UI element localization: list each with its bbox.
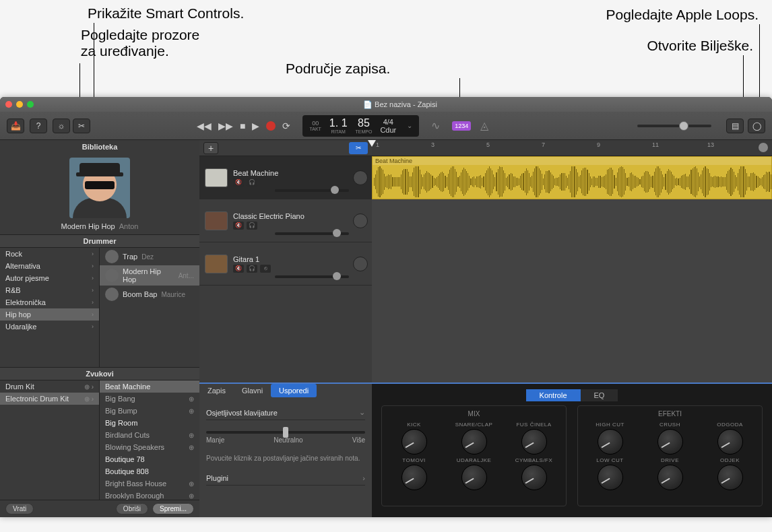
patch-item[interactable]: Birdland Cuts⊕ [100,429,199,441]
mute-icon[interactable]: 🔇 [233,265,244,273]
knob-control[interactable] [401,429,427,455]
traffic-lights [5,101,34,108]
metronome-icon[interactable]: ◬ [480,119,488,132]
stop-button[interactable]: ■ [240,121,245,131]
window-title-text: Bez naziva - Zapisi [375,100,437,108]
patch-item[interactable]: Blowing Speakers⊕ [100,441,199,453]
playhead[interactable] [368,140,376,147]
knob-control[interactable] [461,429,487,455]
drummer-item[interactable]: Trap Dez [100,248,199,265]
track-pan-knob[interactable] [353,170,368,185]
tuner-icon[interactable]: ∿ [431,119,440,132]
add-track-button[interactable]: + [203,142,218,154]
artist-list: Trap DezModern Hip Hop Ant...Boom Bap Ma… [100,248,199,367]
editor-subtab[interactable]: EQ [581,389,618,401]
lcd-menu-caret[interactable]: ⌄ [407,122,412,129]
mute-icon[interactable]: 🔇 [233,178,244,187]
patch-item[interactable]: Beat Machine [100,380,199,393]
master-volume[interactable] [637,125,711,127]
count-in-button[interactable]: 1234 [452,121,471,131]
editors-button[interactable]: ✂ [73,119,90,133]
category-drummer: Drummer [0,234,199,248]
minimize-window-button[interactable] [16,101,23,108]
knob-control[interactable] [717,465,743,490]
patch-item[interactable]: Boutique 808 [100,465,199,477]
knob-control[interactable] [717,429,743,455]
library-toggle-button[interactable]: 📥 [7,119,24,133]
genre-item[interactable]: Rock› [0,248,99,260]
plugins-label: Plugini [206,474,228,482]
lcd-display[interactable]: 00TAKT 1. 1RITAM 85TEMPO 4/4Cdur ⌄ [302,115,419,137]
editor-tab[interactable]: Glavni [234,384,271,397]
headphones-icon[interactable]: 🎧 [247,222,257,230]
editor-subtab[interactable]: Kontrole [526,389,581,401]
knob-control[interactable] [521,465,547,490]
delete-button[interactable]: Obriši [116,503,148,514]
track-pan-knob[interactable] [353,213,368,228]
waveform [373,166,771,197]
track-header[interactable]: Gitara 1 🔇🎧⎋ [199,242,372,286]
quick-help-button[interactable]: ? [30,119,47,133]
track-volume-slider[interactable] [275,189,349,192]
knob-control[interactable] [401,465,427,490]
timeline-ruler[interactable]: 135791113 [372,140,772,156]
patch-item[interactable]: Big Room [100,417,199,429]
zoom-window-button[interactable] [27,101,34,108]
patch-item[interactable]: Bright Bass House⊕ [100,477,199,490]
record-button[interactable] [266,121,276,131]
genre-item[interactable]: Udaraljke› [0,321,99,333]
category-sounds: Zvukovi [0,367,199,380]
revert-button[interactable]: Vrati [5,503,34,514]
genre-item[interactable]: Autor pjesme› [0,272,99,284]
kit-item[interactable]: Electronic Drum Kit⊕ › [0,393,99,405]
audio-region[interactable]: Beat Machine [372,156,772,199]
headphones-icon[interactable]: 🎧 [247,178,257,187]
knob-control[interactable] [461,465,487,490]
editor-tab[interactable]: Zapis [199,384,234,397]
mute-icon[interactable]: 🔇 [233,222,244,230]
smart-controls-button[interactable]: ☼ [53,119,70,133]
track-pan-knob[interactable] [353,257,368,271]
play-button[interactable]: ▶ [252,121,259,131]
window-titlebar[interactable]: 📄 Bez naziva - Zapisi [0,97,772,112]
track-volume-slider[interactable] [275,232,349,235]
sensitivity-row[interactable]: Osjetljivost klavijature ⌄ [206,405,365,420]
knob-control[interactable] [521,429,547,455]
editor-controls: KontroleEQ MIX KICKSNARE/CLAPFUS ČINELAT… [372,384,772,517]
input-icon[interactable]: ⎋ [260,265,271,273]
genre-item[interactable]: Elektronička› [0,296,99,308]
rewind-button[interactable]: ◀◀ [197,121,212,131]
forward-button[interactable]: ▶▶ [218,121,233,131]
notepad-button[interactable]: ▤ [726,119,744,133]
genre-item[interactable]: Hip hop› [0,308,99,321]
drummer-item[interactable]: Boom Bap Maurice [100,286,199,303]
genre-item[interactable]: R&B› [0,284,99,296]
track-name: Gitara 1 [233,255,366,263]
patch-item[interactable]: Brooklyn Borough⊕ [100,490,199,500]
track-header[interactable]: Beat Machine 🔇🎧 [199,156,372,199]
divide-region-button[interactable]: ✂ [349,142,368,154]
track-volume-slider[interactable] [275,275,349,278]
ruler-tick: 1 [376,141,379,148]
track-header[interactable]: Classic Electric Piano 🔇🎧 [199,199,372,242]
drummer-item[interactable]: Modern Hip Hop Ant... [100,265,199,286]
knob-control[interactable] [598,429,623,455]
cycle-button[interactable]: ⟳ [282,121,290,131]
save-button[interactable]: Spremi... [152,503,194,514]
knob-control[interactable] [657,429,683,455]
patch-item[interactable]: Boutique 78 [100,453,199,465]
close-window-button[interactable] [5,101,12,108]
plugins-row[interactable]: Plugini › [206,471,365,486]
kit-item[interactable]: Drum Kit⊕ › [0,380,99,393]
ruler-tick: 7 [542,141,545,148]
knob-control[interactable] [598,465,623,490]
editor-tab[interactable]: Usporedi [271,384,317,397]
sensitivity-slider[interactable] [206,431,365,434]
horizontal-zoom-thumb[interactable] [759,143,768,152]
knob-control[interactable] [657,465,683,490]
patch-item[interactable]: Big Bump⊕ [100,405,199,417]
patch-item[interactable]: Big Bang⊕ [100,393,199,405]
genre-item[interactable]: Alternativa› [0,260,99,272]
headphones-icon[interactable]: 🎧 [247,265,257,273]
loops-browser-button[interactable]: ◯ [748,119,765,133]
